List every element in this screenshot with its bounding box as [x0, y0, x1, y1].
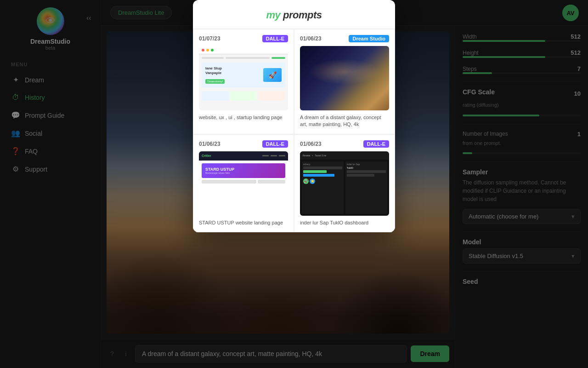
popup: my prompts 01/07/23 DALL-E: [193, 0, 395, 232]
card-1-badge: Dream Studio: [349, 35, 389, 42]
card-0-date-row: 01/07/23 DALL-E: [199, 35, 288, 42]
card-2-badge: DALL-E: [262, 140, 288, 148]
card-3-date: 01/06/23: [300, 141, 322, 147]
overlay[interactable]: my prompts 01/07/23 DALL-E: [0, 0, 588, 368]
popup-card-1[interactable]: 01/06/23 Dream Studio A dream of a dista…: [294, 29, 395, 134]
card-0-prompt: website, ux , ui , startup landing page: [199, 114, 288, 121]
card-3-date-row: 01/06/23 DALL-E: [300, 140, 389, 148]
card-2-date-row: 01/06/23 DALL-E: [199, 140, 288, 148]
popup-title-prompts: prompts: [283, 9, 322, 21]
mockup3-col-1: eckecy 🚀 ⭐: [302, 161, 344, 214]
card-2-image: Critler STARD USTUP Boxterangle ndoes Te…: [199, 151, 288, 216]
card-0-badge: DALL-E: [262, 35, 288, 42]
popup-card-3[interactable]: 01/06/23 DALL-E Review•Tazart 3 tre ecke…: [294, 134, 395, 232]
mockup2-sub: Boxterangle ndoes Telio: [205, 172, 282, 174]
popup-card-2[interactable]: 01/06/23 DALL-E Critler: [193, 134, 294, 232]
mockup3-col-2: inder lur Sap TuklO: [345, 161, 387, 214]
card-0-image: Iane StupVanpaple Timanotomy! 🚀: [199, 46, 288, 110]
card-3-prompt: inder lur Sap TuklO dashboard: [300, 219, 389, 226]
card-2-date: 01/06/23: [199, 141, 220, 147]
card-2-prompt: STARD USTUP website landing page: [199, 219, 288, 226]
popup-card-0[interactable]: 01/07/23 DALL-E: [193, 29, 294, 134]
card-3-image: Review•Tazart 3 tre eckecy 🚀: [300, 151, 389, 216]
card-1-image: [300, 46, 389, 110]
mockup2-logo: Critler: [202, 154, 211, 157]
card-3-badge: DALL-E: [363, 140, 389, 148]
mockup2-title: STARD USTUP: [205, 167, 282, 172]
card-0-date: 01/07/23: [199, 35, 220, 42]
popup-title-my: my: [266, 9, 281, 21]
popup-grid: 01/07/23 DALL-E: [193, 29, 395, 232]
mockup3-nav: Review•Tazart 3 tre: [303, 154, 326, 157]
card-1-date-row: 01/06/23 Dream Studio: [300, 35, 389, 42]
popup-header: my prompts: [193, 0, 395, 29]
popup-title: my prompts: [266, 9, 322, 21]
card-1-prompt: A dream of a distant galaxy, concept art…: [300, 114, 389, 128]
card-1-date: 01/06/23: [300, 35, 322, 42]
